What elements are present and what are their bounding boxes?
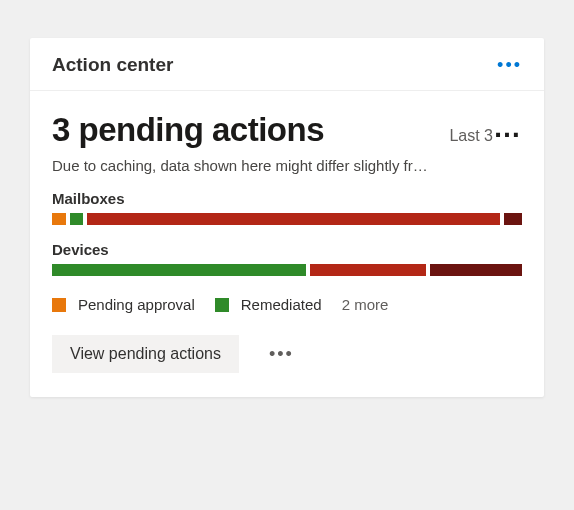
bar-segment xyxy=(52,264,306,276)
section-mailboxes-label: Mailboxes xyxy=(52,190,522,207)
actions-row: View pending actions ••• xyxy=(52,335,522,373)
legend-swatch-pending xyxy=(52,298,66,312)
legend-label-remediated: Remediated xyxy=(241,296,322,313)
bar-devices xyxy=(52,264,522,276)
bar-segment xyxy=(52,213,66,225)
headline-row: 3 pending actions Last 3… xyxy=(52,111,522,149)
view-pending-actions-button[interactable]: View pending actions xyxy=(52,335,239,373)
bar-segment xyxy=(310,264,426,276)
actions-more-icon[interactable]: ••• xyxy=(269,344,294,365)
card-title: Action center xyxy=(52,54,173,76)
ellipsis-icon: … xyxy=(493,112,522,143)
legend: Pending approval Remediated 2 more xyxy=(52,296,522,313)
legend-label-pending: Pending approval xyxy=(78,296,195,313)
section-devices-label: Devices xyxy=(52,241,522,258)
legend-more[interactable]: 2 more xyxy=(342,296,389,313)
card-body: 3 pending actions Last 3… Due to caching… xyxy=(30,91,544,397)
action-center-card: Action center ••• 3 pending actions Last… xyxy=(30,38,544,397)
card-header: Action center ••• xyxy=(30,38,544,91)
bar-segment xyxy=(70,213,84,225)
timeframe-label: Last 3 xyxy=(449,127,493,144)
bar-mailboxes xyxy=(52,213,522,225)
caching-subtext: Due to caching, data shown here might di… xyxy=(52,157,522,174)
legend-swatch-remediated xyxy=(215,298,229,312)
bar-segment xyxy=(430,264,522,276)
bar-segment xyxy=(504,213,522,225)
timeframe-wrap: Last 3… xyxy=(449,127,522,145)
bar-segment xyxy=(87,213,499,225)
pending-actions-headline: 3 pending actions xyxy=(52,111,324,149)
card-menu-icon[interactable]: ••• xyxy=(497,56,522,74)
